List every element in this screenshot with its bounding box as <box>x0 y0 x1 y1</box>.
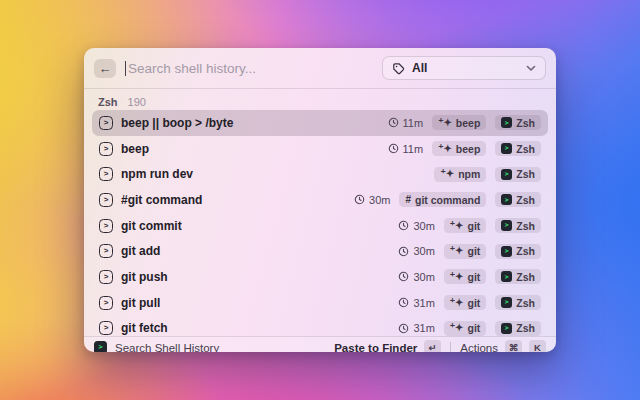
back-button[interactable]: ← <box>94 59 116 78</box>
filter-dropdown[interactable]: All <box>382 56 546 80</box>
row-accessories: 11m ⁺✦ beep > Zsh <box>388 115 541 130</box>
time-ago: 30m <box>398 245 434 257</box>
list-item[interactable]: > git pull 31m ⁺✦ git > Zsh <box>92 290 548 316</box>
command-text: git fetch <box>121 321 168 335</box>
command-text: #git command <box>121 193 202 207</box>
zsh-icon: > <box>501 271 512 282</box>
time-ago: 31m <box>398 322 434 334</box>
zsh-icon: > <box>501 220 512 231</box>
command-list: > beep || boop > /byte 11m ⁺✦ beep > Zsh <box>84 108 556 336</box>
terminal-icon: > <box>99 167 113 181</box>
row-accessories: 30m ⁺✦ git > Zsh <box>398 244 541 259</box>
tag-badge: ⁺✦ git <box>444 269 487 284</box>
command-text: git pull <box>121 296 160 310</box>
command-text: git push <box>121 270 168 284</box>
sparkles-icon: ⁺✦ <box>438 118 452 128</box>
time-ago: 30m <box>398 220 434 232</box>
sparkles-icon: ⁺✦ <box>450 298 464 308</box>
clock-icon <box>398 323 409 334</box>
zsh-icon: > <box>501 194 512 205</box>
shell-badge: > Zsh <box>495 167 541 182</box>
tag-badge: # git command <box>399 192 486 207</box>
row-accessories: 30m ⁺✦ git > Zsh <box>398 218 541 233</box>
shell-badge: > Zsh <box>495 115 541 130</box>
tag-badge: ⁺✦ git <box>444 244 487 259</box>
list-item[interactable]: > git add 30m ⁺✦ git > Zsh <box>92 238 548 264</box>
terminal-icon: > <box>99 270 113 284</box>
zsh-icon: > <box>501 169 512 180</box>
clock-icon <box>398 246 409 257</box>
back-arrow-icon: ← <box>99 62 112 75</box>
sparkles-icon: ⁺✦ <box>450 221 464 231</box>
terminal-icon: > <box>99 321 113 335</box>
terminal-icon: > <box>99 244 113 258</box>
sparkles-icon: ⁺✦ <box>450 272 464 282</box>
filter-dropdown-value: All <box>412 61 427 75</box>
list-item[interactable]: > git commit 30m ⁺✦ git > Zsh <box>92 213 548 239</box>
terminal-icon: > <box>99 142 113 156</box>
desktop-background: ← All Zsh 190 <box>0 0 640 400</box>
tag-badge: ⁺✦ git <box>444 295 487 310</box>
tag-badge: ⁺✦ git <box>444 321 487 336</box>
shell-badge: > Zsh <box>495 269 541 284</box>
time-ago: 31m <box>398 297 434 309</box>
footer-separator <box>450 342 451 352</box>
search-area <box>125 48 373 88</box>
shell-badge: > Zsh <box>495 321 541 336</box>
row-accessories: 30m ⁺✦ git > Zsh <box>398 269 541 284</box>
list-item[interactable]: > git fetch 31m ⁺✦ git > Zsh <box>92 316 548 337</box>
section-name: Zsh <box>98 96 118 108</box>
shell-badge: > Zsh <box>495 244 541 259</box>
clock-icon <box>398 220 409 231</box>
list-item[interactable]: > beep || boop > /byte 11m ⁺✦ beep > Zsh <box>92 110 548 136</box>
primary-action-label[interactable]: Paste to Finder <box>334 342 417 353</box>
time-ago: 11m <box>388 143 424 155</box>
terminal-icon: > <box>99 193 113 207</box>
clock-icon <box>388 143 399 154</box>
row-accessories: 31m ⁺✦ git > Zsh <box>398 295 541 310</box>
hash-icon: # <box>405 195 411 205</box>
search-input[interactable] <box>126 61 373 76</box>
command-text: git add <box>121 244 160 258</box>
zsh-icon: > <box>501 143 512 154</box>
clock-icon <box>354 194 365 205</box>
tag-badge: ⁺✦ beep <box>432 115 486 130</box>
extension-icon: > <box>94 341 107 352</box>
zsh-icon: > <box>501 246 512 257</box>
k-key-badge: K <box>529 340 546 352</box>
list-item[interactable]: > #git command 30m # git command > Zsh <box>92 187 548 213</box>
list-item[interactable]: > beep 11m ⁺✦ beep > Zsh <box>92 136 548 162</box>
tag-badge: ⁺✦ git <box>444 218 487 233</box>
clock-icon <box>398 271 409 282</box>
shell-badge: > Zsh <box>495 141 541 156</box>
row-accessories: 31m ⁺✦ git > Zsh <box>398 321 541 336</box>
sparkles-icon: ⁺✦ <box>440 169 454 179</box>
shell-history-window: ← All Zsh 190 <box>84 48 556 352</box>
time-ago: 11m <box>388 117 424 129</box>
shell-badge: > Zsh <box>495 295 541 310</box>
terminal-icon: > <box>99 116 113 130</box>
enter-key-badge: ↵ <box>424 340 441 352</box>
clock-icon <box>398 297 409 308</box>
sparkles-icon: ⁺✦ <box>450 246 464 256</box>
row-accessories: 11m ⁺✦ beep > Zsh <box>388 141 541 156</box>
zsh-icon: > <box>501 297 512 308</box>
time-ago: 30m <box>398 271 434 283</box>
sparkles-icon: ⁺✦ <box>450 323 464 333</box>
list-item[interactable]: > npm run dev ⁺✦ npm > Zsh <box>92 161 548 187</box>
top-bar: ← All <box>84 48 556 88</box>
shell-badge: > Zsh <box>495 192 541 207</box>
command-text: npm run dev <box>121 167 193 181</box>
tag-icon <box>392 62 405 75</box>
sparkles-icon: ⁺✦ <box>438 144 452 154</box>
zsh-icon: > <box>501 323 512 334</box>
list-item[interactable]: > git push 30m ⁺✦ git > Zsh <box>92 264 548 290</box>
command-text: git commit <box>121 219 182 233</box>
section-header: Zsh 190 <box>84 89 556 108</box>
extension-name: Search Shell History <box>115 342 219 353</box>
zsh-icon: > <box>501 117 512 128</box>
tag-badge: ⁺✦ npm <box>434 167 486 182</box>
footer-actions: Paste to Finder ↵ Actions ⌘ K <box>334 340 546 352</box>
actions-button[interactable]: Actions <box>460 342 498 353</box>
row-accessories: 30m # git command > Zsh <box>354 192 541 207</box>
